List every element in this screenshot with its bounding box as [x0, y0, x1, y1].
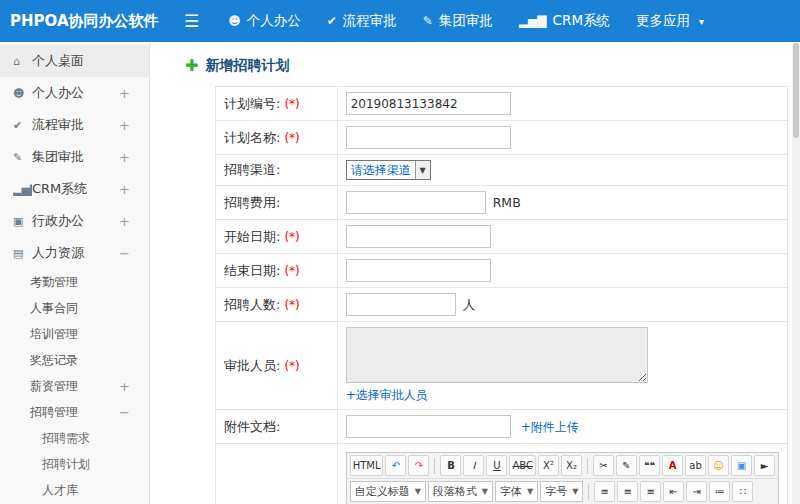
main-content: ✚ 新增招聘计划 计划编号:(*)计划名称:(*)招聘渠道:请选择渠道▼招聘费用… [150, 42, 800, 504]
channel-select[interactable]: 请选择渠道▼ [346, 160, 431, 180]
topnav-more-apps[interactable]: 更多应用▾ [623, 0, 717, 42]
font-family-select[interactable]: 字体▼ [495, 481, 538, 502]
field-label: 招聘渠道: [224, 162, 280, 177]
outdent-button[interactable]: ⇤ [663, 481, 684, 502]
chart-icon: ▂▅▇ [519, 14, 547, 28]
html-source-button[interactable]: HTML [350, 455, 384, 476]
sidebar-item-label: 考勤管理 [30, 274, 78, 291]
indent-button[interactable]: ⇥ [686, 481, 707, 502]
sidebar-item-personal-office[interactable]: ☻个人办公+ [0, 77, 149, 109]
form-row-plan-no: 计划编号:(*) [216, 87, 788, 121]
sidebar-item-label: 奖惩记录 [30, 352, 78, 369]
required-mark: (*) [284, 131, 299, 145]
sidebar-item-human-resources[interactable]: ▤人力资源− [0, 237, 149, 269]
approver-link[interactable]: +选择审批人员 [346, 388, 428, 402]
sidebar-item-desktop[interactable]: ⌂个人桌面 [0, 45, 149, 77]
sidebar-item-process-approval[interactable]: ✔流程审批+ [0, 109, 149, 141]
media-button[interactable]: ► [754, 455, 775, 476]
undo-button[interactable]: ↶ [385, 455, 406, 476]
caret-down-icon: ▼ [527, 487, 533, 496]
plan-no-input[interactable] [346, 92, 511, 115]
sidebar-item-crm-system[interactable]: ▂▅▇CRM系统+ [0, 173, 149, 205]
sidebar-item-hr-contract[interactable]: 人事合同 [0, 295, 149, 321]
remove-format-button[interactable]: ✂ [593, 455, 614, 476]
font-color-button[interactable]: A [662, 455, 683, 476]
form-row-editor: HTML↶↷BIUABCX²X₂✂✎❝❝Aab☺▣►自定义标题▼段落格式▼字体▼… [216, 444, 788, 504]
collapse-icon[interactable]: − [119, 246, 130, 261]
sidebar-item-recruit-plan[interactable]: 招聘计划 [0, 451, 149, 477]
sidebar-item-recruitment[interactable]: 招聘管理− [0, 399, 149, 425]
scrollbar-thumb[interactable] [793, 43, 799, 138]
sidebar-item-salary[interactable]: 薪资管理+ [0, 373, 149, 399]
font-size-select[interactable]: 字号▼ [540, 481, 583, 502]
image-button[interactable]: ▣ [731, 455, 752, 476]
approver-textarea[interactable] [346, 327, 648, 383]
sidebar-item-training[interactable]: 培训管理 [0, 321, 149, 347]
highlight-button[interactable]: ab [685, 455, 706, 476]
collapse-icon[interactable]: − [119, 405, 130, 420]
form-row-approver: 审批人员:(*)+选择审批人员 [216, 322, 788, 410]
format-brush-button[interactable]: ✎ [616, 455, 637, 476]
expand-icon[interactable]: + [119, 182, 130, 197]
sidebar-item-label: 招聘计划 [42, 456, 90, 473]
topnav-process-approval[interactable]: ✔流程审批 [314, 0, 410, 42]
field-label: 开始日期: [224, 229, 280, 244]
italic-button[interactable]: I [463, 455, 484, 476]
align-left-button[interactable]: ≡ [594, 481, 615, 502]
sidebar-item-rewards[interactable]: 奖惩记录 [0, 347, 149, 373]
menu-icon[interactable]: ☰ [158, 11, 215, 31]
bold-button[interactable]: B [440, 455, 461, 476]
page-scrollbar[interactable] [792, 42, 800, 504]
sidebar-item-attendance[interactable]: 考勤管理 [0, 269, 149, 295]
expand-icon[interactable]: + [119, 86, 130, 101]
unordered-list-button[interactable]: ∷ [732, 481, 753, 502]
sidebar-item-label: 人力资源 [32, 244, 84, 262]
required-mark: (*) [284, 298, 299, 312]
user-icon: ☻ [228, 14, 241, 28]
topnav-crm-system[interactable]: ▂▅▇CRM系统 [506, 0, 623, 42]
sidebar-item-label: CRM系统 [32, 180, 87, 198]
attachment-link[interactable]: +附件上传 [521, 420, 579, 434]
expand-icon[interactable]: + [119, 150, 130, 165]
align-center-button[interactable]: ≡ [617, 481, 638, 502]
sidebar-item-talent-pool[interactable]: 人才库 [0, 477, 149, 503]
underline-button[interactable]: U [486, 455, 507, 476]
briefcase-icon: ▣ [13, 215, 32, 228]
field-label: 结束日期: [224, 263, 280, 278]
redo-button[interactable]: ↷ [408, 455, 429, 476]
sidebar-item-label: 招聘管理 [30, 404, 78, 421]
attachment-input[interactable] [346, 415, 511, 438]
select-label: 字号 [545, 484, 567, 499]
emoticon-button[interactable]: ☺ [708, 455, 729, 476]
topnav-label: 更多应用 [636, 12, 690, 30]
blockquote-button[interactable]: ❝❝ [639, 455, 660, 476]
topnav-personal-office[interactable]: ☻个人办公 [215, 0, 314, 42]
sidebar-item-label: 培训管理 [30, 326, 78, 343]
sidebar-item-group-approval[interactable]: ✎集团审批+ [0, 141, 149, 173]
end-date-input[interactable] [346, 259, 491, 282]
fee-input[interactable] [346, 191, 486, 214]
align-right-button[interactable]: ≡ [640, 481, 661, 502]
topbar: PHPOA协同办公软件 ☰ ☻个人办公✔流程审批✎集团审批▂▅▇CRM系统更多应… [0, 0, 800, 42]
ordered-list-button[interactable]: ≔ [709, 481, 730, 502]
sidebar-item-admin-office[interactable]: ▣行政办公+ [0, 205, 149, 237]
caret-down-icon: ▼ [572, 487, 578, 496]
heading-select[interactable]: 自定义标题▼ [350, 481, 426, 502]
sidebar-item-label: 人才库 [42, 482, 78, 499]
headcount-input[interactable] [346, 293, 456, 316]
home-icon: ⌂ [13, 55, 32, 68]
page-title-text: 新增招聘计划 [205, 57, 289, 75]
expand-icon[interactable]: + [119, 214, 130, 229]
sidebar-item-label: 薪资管理 [30, 378, 78, 395]
superscript-button[interactable]: X² [538, 455, 559, 476]
required-mark: (*) [284, 230, 299, 244]
paragraph-select[interactable]: 段落格式▼ [428, 481, 493, 502]
topnav-group-approval[interactable]: ✎集团审批 [410, 0, 506, 42]
sidebar-item-recruit-demand[interactable]: 招聘需求 [0, 425, 149, 451]
strikethrough-button[interactable]: ABC [509, 455, 536, 476]
expand-icon[interactable]: + [119, 379, 130, 394]
start-date-input[interactable] [346, 225, 491, 248]
plan-name-input[interactable] [346, 126, 511, 149]
subscript-button[interactable]: X₂ [561, 455, 582, 476]
expand-icon[interactable]: + [119, 118, 130, 133]
